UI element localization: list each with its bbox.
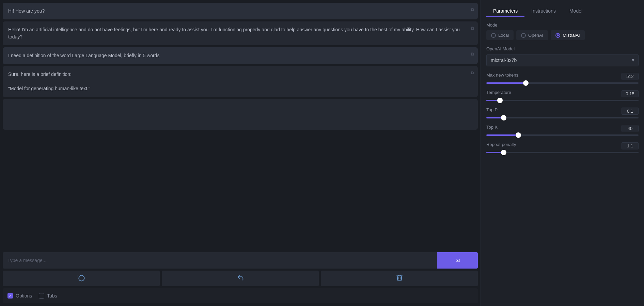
chat-area: ⧉ Hi! How are you? ⧉ Hello! I'm an artif… bbox=[3, 3, 478, 249]
slider-top-k: Top K 40 bbox=[486, 125, 639, 136]
slider-top-p-header: Top P 0.1 bbox=[486, 107, 639, 115]
trash-button[interactable] bbox=[321, 271, 478, 286]
slider-repeat-penalty-value: 1.1 bbox=[622, 142, 639, 149]
model-section-label: OpenAI Model bbox=[486, 46, 639, 51]
slider-temperature: Temperature 0.15 bbox=[486, 90, 639, 101]
options-checkbox[interactable]: ✓ bbox=[7, 293, 13, 299]
slider-top-k-input[interactable] bbox=[486, 134, 639, 136]
copy-icon-1[interactable]: ⧉ bbox=[471, 6, 474, 13]
mode-local-label: Local bbox=[498, 33, 509, 38]
slider-temperature-input[interactable] bbox=[486, 100, 639, 101]
right-panel: Parameters Instructions Model Mode Local… bbox=[481, 0, 644, 306]
slider-top-p-label: Top P bbox=[486, 107, 498, 112]
slider-max-tokens-input[interactable] bbox=[486, 82, 639, 84]
chat-bubble-assistant-1: ⧉ Hello! I'm an artificial intelligence … bbox=[3, 21, 478, 45]
slider-top-k-value: 40 bbox=[622, 125, 639, 132]
slider-top-k-label: Top K bbox=[486, 125, 498, 130]
slider-top-p-value: 0.1 bbox=[622, 108, 639, 115]
radio-openai bbox=[521, 33, 526, 38]
chat-text-user-2: I need a definition of the word Large La… bbox=[8, 53, 159, 58]
tabs-checkbox[interactable] bbox=[39, 293, 44, 299]
tabs-label: Tabs bbox=[47, 293, 57, 299]
copy-icon-4[interactable]: ⧉ bbox=[471, 69, 474, 76]
radio-mistralai-inner bbox=[557, 34, 559, 36]
mode-label: Mode bbox=[486, 22, 639, 28]
slider-temperature-header: Temperature 0.15 bbox=[486, 90, 639, 98]
mode-local[interactable]: Local bbox=[486, 30, 514, 40]
slider-max-tokens-header: Max new tokens 512 bbox=[486, 73, 639, 80]
options-label: Options bbox=[16, 293, 32, 299]
empty-chat-bubble bbox=[3, 99, 478, 130]
slider-repeat-penalty-label: Repeat penalty bbox=[486, 142, 516, 147]
mode-openai[interactable]: OpenAI bbox=[516, 30, 548, 40]
send-icon: ✉ bbox=[455, 257, 460, 264]
model-select-wrapper: mixtral-8x7b gpt-4 gpt-3.5-turbo mistral… bbox=[486, 54, 639, 66]
slider-max-tokens: Max new tokens 512 bbox=[486, 73, 639, 84]
chat-text-assistant-2-line2: "Model for generating human-like text." bbox=[8, 85, 472, 92]
send-button[interactable]: ✉ bbox=[437, 252, 478, 269]
refresh-icon bbox=[78, 274, 85, 283]
slider-max-tokens-label: Max new tokens bbox=[486, 73, 518, 78]
undo-icon bbox=[237, 274, 244, 283]
chat-text-user-1: Hi! How are you? bbox=[8, 8, 45, 14]
input-row: ✉ bbox=[3, 252, 478, 269]
copy-icon-3[interactable]: ⧉ bbox=[471, 51, 474, 58]
copy-icon-2[interactable]: ⧉ bbox=[471, 25, 474, 32]
mode-buttons: Local OpenAI MistralAI bbox=[486, 30, 639, 40]
options-item: ✓ Options bbox=[7, 293, 32, 299]
tab-instructions[interactable]: Instructions bbox=[524, 5, 563, 17]
slider-top-k-header: Top K 40 bbox=[486, 125, 639, 132]
left-panel: ⧉ Hi! How are you? ⧉ Hello! I'm an artif… bbox=[0, 0, 481, 306]
tab-model[interactable]: Model bbox=[563, 5, 589, 17]
mode-openai-label: OpenAI bbox=[528, 33, 543, 38]
model-select[interactable]: mixtral-8x7b gpt-4 gpt-3.5-turbo mistral… bbox=[486, 54, 639, 66]
chat-bubble-user-2: ⧉ I need a definition of the word Large … bbox=[3, 47, 478, 64]
model-section: OpenAI Model mixtral-8x7b gpt-4 gpt-3.5-… bbox=[486, 46, 639, 66]
slider-temperature-value: 0.15 bbox=[622, 90, 639, 97]
message-input[interactable] bbox=[3, 252, 437, 269]
refresh-button[interactable] bbox=[3, 271, 160, 286]
slider-repeat-penalty-header: Repeat penalty 1.1 bbox=[486, 142, 639, 150]
mode-mistralai[interactable]: MistralAI bbox=[551, 30, 585, 40]
params-panel: Mode Local OpenAI MistralAI bbox=[481, 17, 644, 159]
chat-bubble-user-1: ⧉ Hi! How are you? bbox=[3, 3, 478, 19]
options-row: ✓ Options Tabs bbox=[3, 288, 478, 303]
chat-text-assistant-2-line1: Sure, here is a brief definition: bbox=[8, 71, 472, 78]
radio-local bbox=[491, 33, 496, 38]
chat-text-assistant-1: Hello! I'm an artificial intelligence an… bbox=[8, 27, 460, 39]
trash-icon bbox=[396, 274, 403, 283]
tab-parameters[interactable]: Parameters bbox=[486, 5, 524, 17]
slider-top-p-input[interactable] bbox=[486, 117, 639, 118]
slider-repeat-penalty: Repeat penalty 1.1 bbox=[486, 142, 639, 153]
radio-mistralai bbox=[555, 33, 560, 38]
tabs-item: Tabs bbox=[39, 293, 57, 299]
slider-top-p: Top P 0.1 bbox=[486, 107, 639, 118]
mode-section: Mode Local OpenAI MistralAI bbox=[486, 22, 639, 40]
action-row bbox=[3, 271, 478, 286]
slider-repeat-penalty-input[interactable] bbox=[486, 152, 639, 153]
undo-button[interactable] bbox=[162, 271, 319, 286]
slider-temperature-label: Temperature bbox=[486, 90, 511, 95]
mode-mistralai-label: MistralAI bbox=[563, 33, 580, 38]
tabs-header: Parameters Instructions Model bbox=[481, 0, 644, 17]
slider-max-tokens-value: 512 bbox=[622, 73, 639, 80]
chat-bubble-assistant-2: ⧉ Sure, here is a brief definition: "Mod… bbox=[3, 66, 478, 97]
